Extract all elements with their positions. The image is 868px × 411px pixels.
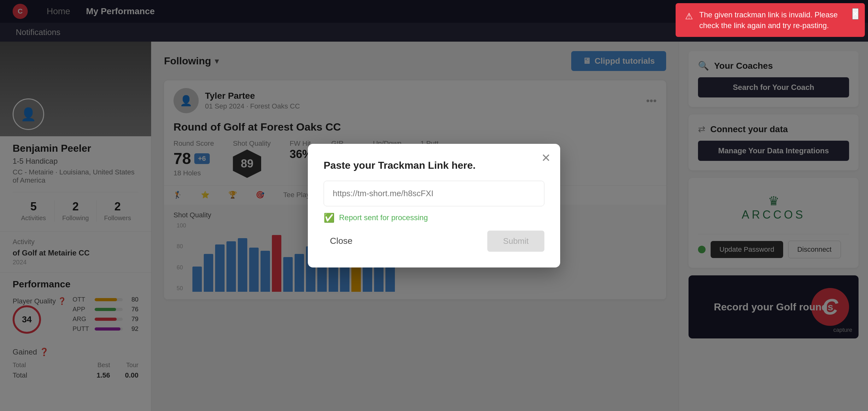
modal-close-icon[interactable]: ✕	[541, 151, 551, 165]
modal-close-button[interactable]: Close	[323, 233, 359, 249]
warning-icon: ⚠	[685, 10, 693, 22]
trackman-modal: Paste your Trackman Link here. ✕ ✅ Repor…	[308, 144, 560, 267]
modal-success-message: ✅ Report sent for processing	[323, 213, 545, 223]
success-check-icon: ✅	[323, 213, 335, 223]
modal-overlay[interactable]: Paste your Trackman Link here. ✕ ✅ Repor…	[0, 0, 868, 411]
trackman-link-input[interactable]	[323, 181, 545, 206]
modal-title: Paste your Trackman Link here.	[323, 160, 545, 171]
error-toast: ⚠ The given trackman link is invalid. Pl…	[676, 3, 865, 37]
modal-submit-button[interactable]: Submit	[487, 230, 545, 252]
modal-actions: Close Submit	[323, 230, 545, 252]
toast-close-button[interactable]: ×	[852, 8, 859, 20]
